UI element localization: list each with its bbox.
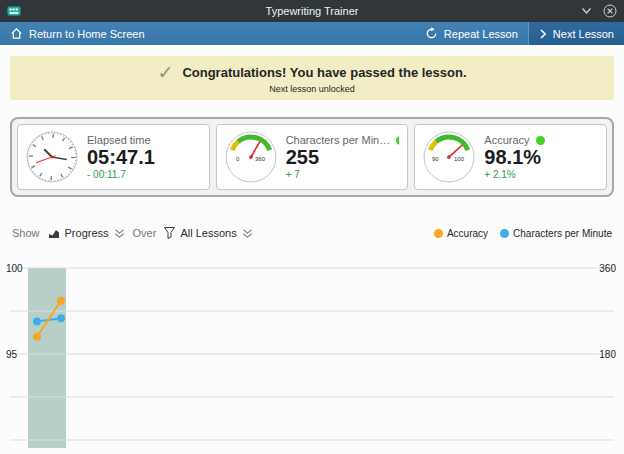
speed-gauge-icon: 0 360: [225, 131, 277, 183]
stat-label: Characters per Min…: [286, 134, 391, 146]
stat-label: Elapsed time: [87, 134, 151, 146]
filter-row: Show Progress Over All Lessons Accuracy: [12, 227, 612, 239]
legend-item: Accuracy: [434, 228, 488, 239]
double-chevron-down-icon: [242, 228, 253, 239]
return-home-label: Return to Home Screen: [29, 28, 145, 40]
close-icon[interactable]: [603, 4, 617, 18]
stats-panel: Elapsed time 05:47.1 - 00:11.7 0 360 Cha…: [10, 117, 614, 197]
status-dot: [396, 136, 399, 145]
chevron-down-icon[interactable]: [581, 7, 592, 15]
banner-subtitle: Next lesson unlocked: [269, 84, 355, 94]
toolbar: Return to Home Screen Repeat Lesson Next…: [0, 22, 624, 45]
repeat-lesson-label: Repeat Lesson: [444, 28, 518, 40]
legend-label: Accuracy: [447, 228, 488, 239]
cpm-card: 0 360 Characters per Min… 255 + 7: [216, 124, 409, 190]
chart-icon: [48, 227, 60, 239]
svg-text:360: 360: [599, 263, 616, 274]
stat-delta: + 7: [286, 169, 400, 180]
accuracy-card: 90 100 Accuracy 98.1% + 2.1%: [414, 124, 607, 190]
legend-dot-accuracy: [434, 229, 443, 238]
refresh-icon: [425, 27, 438, 40]
over-label: Over: [133, 227, 157, 239]
app-window: Typewriting Trainer Return to Home Scree…: [0, 0, 624, 454]
svg-text:180: 180: [599, 349, 616, 360]
next-lesson-button[interactable]: Next Lesson: [528, 22, 624, 45]
clock-icon: [26, 131, 78, 183]
progress-chart[interactable]: 10095360180: [0, 252, 624, 454]
lessons-value: All Lessons: [180, 227, 236, 239]
chart-area[interactable]: 10095360180: [0, 252, 624, 454]
window-titlebar: Typewriting Trainer: [0, 0, 624, 22]
filter-funnel-icon: [164, 227, 175, 239]
chart-legend: Accuracy Characters per Minute: [434, 228, 612, 239]
checkmark-icon: ✓: [157, 63, 173, 82]
stat-value: 255: [286, 146, 400, 169]
progress-combobox[interactable]: Progress: [48, 227, 125, 239]
next-lesson-label: Next Lesson: [553, 28, 614, 40]
gauge-max-label: 100: [454, 156, 465, 162]
elapsed-time-card: Elapsed time 05:47.1 - 00:11.7: [17, 124, 210, 190]
banner-title: Congratulations! You have passed the les…: [182, 65, 466, 80]
legend-item: Characters per Minute: [500, 228, 612, 239]
double-chevron-down-icon: [114, 228, 125, 239]
lessons-combobox[interactable]: All Lessons: [164, 227, 252, 239]
stat-value: 05:47.1: [87, 146, 201, 169]
status-dot: [536, 136, 545, 145]
repeat-lesson-button[interactable]: Repeat Lesson: [415, 22, 528, 45]
accuracy-gauge-icon: 90 100: [423, 131, 475, 183]
window-title: Typewriting Trainer: [0, 5, 624, 17]
stat-value: 98.1%: [484, 146, 598, 169]
chevron-right-icon: [539, 29, 547, 39]
legend-dot-cpm: [500, 229, 509, 238]
stat-delta: + 2.1%: [484, 169, 598, 180]
progress-value: Progress: [65, 227, 109, 239]
stat-delta: - 00:11.7: [87, 169, 201, 180]
success-banner: ✓ Congratulations! You have passed the l…: [10, 56, 614, 100]
legend-label: Characters per Minute: [513, 228, 612, 239]
show-label: Show: [12, 227, 40, 239]
stat-label: Accuracy: [484, 134, 529, 146]
svg-text:95: 95: [6, 349, 18, 360]
app-icon: [7, 4, 21, 18]
svg-text:100: 100: [6, 263, 23, 274]
return-home-button[interactable]: Return to Home Screen: [0, 22, 155, 45]
gauge-max-label: 360: [255, 156, 266, 162]
home-icon: [10, 27, 23, 40]
gauge-min-label: 90: [432, 156, 439, 162]
